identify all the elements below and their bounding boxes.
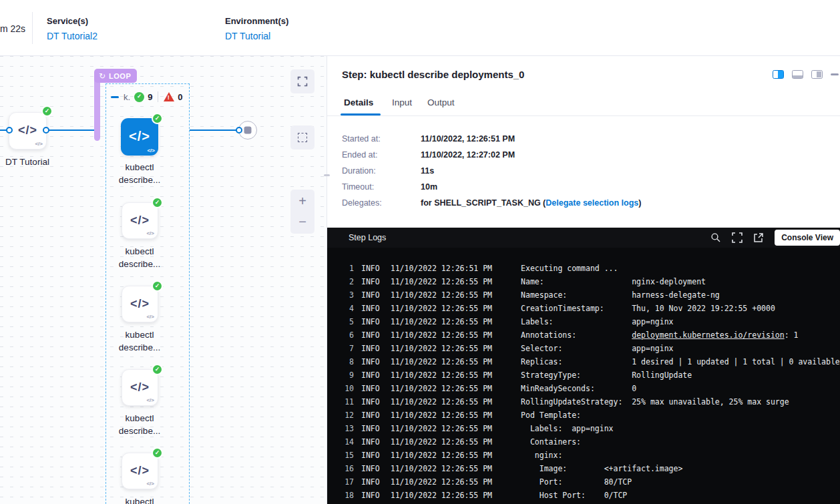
delegate-selection-logs-link[interactable]: Delegate selection logs xyxy=(546,198,638,208)
log-message: nginx: xyxy=(521,449,562,462)
layout-right-panel-icon[interactable] xyxy=(773,70,784,79)
panel-divider xyxy=(327,56,327,504)
tab-input[interactable]: Input xyxy=(392,97,412,107)
tab-details[interactable]: Details xyxy=(344,97,373,107)
log-timestamp: 11/10/2022 12:26:51 PM xyxy=(391,262,492,275)
log-line-number: 4 xyxy=(339,302,354,315)
zoom-controls: + − xyxy=(290,190,314,234)
log-level: INFO xyxy=(361,395,380,409)
log-level: INFO xyxy=(361,462,380,475)
log-timestamp: 11/10/2022 12:26:55 PM xyxy=(391,409,492,422)
node-kubectl-describe[interactable]: </></> xyxy=(122,453,158,489)
tab-output[interactable]: Output xyxy=(427,97,455,107)
layout-split-panel-icon[interactable] xyxy=(811,70,823,79)
step-details-panel: Step: kubectl describe deployments_0 Det… xyxy=(327,56,840,504)
loop-icon: ↻ xyxy=(99,72,106,80)
node-kubectl-describe[interactable]: </></> xyxy=(122,202,158,239)
loop-bar xyxy=(94,77,100,141)
log-line: 14INFO11/10/2022 12:26:55 PM Containers: xyxy=(339,435,840,449)
log-message: CreationTimestamp: Thu, 10 Nov 2022 19:2… xyxy=(521,302,775,315)
node-label-dt-tutorial: DT Tutorial xyxy=(0,156,61,168)
code-icon: </> xyxy=(122,463,158,477)
log-line: 4INFO11/10/2022 12:26:55 PMCreationTimes… xyxy=(339,302,840,315)
log-line-number: 17 xyxy=(339,475,354,489)
delegates-value-prefix: for SHELL_SCRIPT_TASK_NG ( xyxy=(421,198,546,208)
log-line-number: 18 xyxy=(339,489,354,502)
log-message: Replicas: 1 desired | 1 updated | 1 tota… xyxy=(521,355,840,368)
log-timestamp: 11/10/2022 12:26:55 PM xyxy=(391,435,492,449)
log-line-number: 5 xyxy=(339,315,354,328)
success-badge-icon xyxy=(41,105,53,117)
console-view-button[interactable]: Console View xyxy=(775,230,840,246)
log-line-number: 7 xyxy=(339,342,354,355)
mini-code-icon: </> xyxy=(35,141,43,147)
log-message: Port: 80/TCP xyxy=(521,475,632,489)
log-level: INFO xyxy=(361,449,380,462)
fullscreen-icon xyxy=(298,77,308,87)
mini-code-icon: </> xyxy=(146,481,154,487)
log-message: RollingUpdateStrategy: 25% max unavailab… xyxy=(521,395,789,409)
log-timestamp: 11/10/2022 12:26:55 PM xyxy=(391,275,492,288)
code-icon: </> xyxy=(121,129,158,144)
execution-duration: m 22s xyxy=(0,23,25,34)
zoom-in-button[interactable]: + xyxy=(290,194,314,208)
mini-code-icon: </> xyxy=(146,230,154,236)
code-icon: </> xyxy=(122,213,158,227)
log-level: INFO xyxy=(361,288,380,302)
log-level: INFO xyxy=(361,342,380,355)
minimize-icon[interactable] xyxy=(831,73,839,75)
step-logs-console[interactable]: 1INFO11/10/2022 12:26:51 PMExecuting com… xyxy=(327,248,840,504)
log-line: 12INFO11/10/2022 12:26:55 PMPod Template… xyxy=(339,409,840,422)
log-line-number: 1 xyxy=(339,262,354,275)
log-line-number: 16 xyxy=(339,462,354,475)
node-label: kubectl describe... xyxy=(110,245,170,270)
field-row: Duration:11s xyxy=(342,163,836,179)
log-timestamp: 11/10/2022 12:26:55 PM xyxy=(391,288,492,302)
panel-resize-handle[interactable] xyxy=(324,174,330,176)
node-label: kubectl describe... xyxy=(110,495,170,504)
marquee-select-button[interactable] xyxy=(290,125,314,150)
collapse-icon[interactable] xyxy=(111,96,119,98)
node-dt-tutorial[interactable]: </> </> xyxy=(9,112,47,150)
log-line-number: 10 xyxy=(339,382,354,395)
log-line-number: 9 xyxy=(339,368,354,382)
log-timestamp: 11/10/2022 12:26:55 PM xyxy=(391,462,492,475)
node-label: kubectl describe... xyxy=(110,412,170,437)
log-timestamp: 11/10/2022 12:26:55 PM xyxy=(391,302,492,315)
marquee-icon xyxy=(298,133,307,142)
log-line: 9INFO11/10/2022 12:26:55 PMStrategyType:… xyxy=(339,368,840,382)
field-label: Delegates: xyxy=(342,198,421,208)
pipeline-graph-canvas[interactable]: </> </> DT Tutorial ↻ LOOP k. 9 0 </></>… xyxy=(0,56,327,504)
log-line: 3INFO11/10/2022 12:26:55 PMNamespace: ha… xyxy=(339,288,840,302)
open-in-new-icon[interactable] xyxy=(753,232,764,243)
delegates-value-suffix: ) xyxy=(638,198,641,208)
log-level: INFO xyxy=(361,368,380,382)
search-icon[interactable] xyxy=(710,232,721,243)
loop-group-header: k. 9 0 xyxy=(111,91,183,103)
topbar-divider xyxy=(32,12,33,44)
log-line-number: 6 xyxy=(339,328,354,342)
success-count-icon xyxy=(134,92,144,102)
port-start-out xyxy=(43,127,49,134)
field-label: Started at: xyxy=(342,134,421,144)
log-line: 16INFO11/10/2022 12:26:55 PM Image: <+ar… xyxy=(339,462,840,475)
success-badge-icon xyxy=(152,280,163,292)
log-timestamp: 11/10/2022 12:26:55 PM xyxy=(391,449,492,462)
node-kubectl-describe[interactable]: </></> xyxy=(122,286,158,322)
node-kubectl-describe[interactable]: </></> xyxy=(122,369,158,406)
code-icon: </> xyxy=(122,296,158,310)
expand-logs-icon[interactable] xyxy=(732,232,743,243)
log-level: INFO xyxy=(361,489,380,502)
node-kubectl-describe[interactable]: </></> xyxy=(121,118,158,156)
service-block: Service(s) DT Tutorial2 xyxy=(47,16,97,41)
fit-to-screen-button[interactable] xyxy=(290,69,314,93)
log-line: 18INFO11/10/2022 12:26:55 PM Host Port: … xyxy=(339,489,840,502)
service-link[interactable]: DT Tutorial2 xyxy=(47,31,97,41)
environment-link[interactable]: DT Tutorial xyxy=(225,31,288,41)
layout-bottom-panel-icon[interactable] xyxy=(792,70,803,79)
log-message-link[interactable]: deployment.kubernetes.io/revision xyxy=(632,330,784,340)
loop-badge[interactable]: ↻ LOOP xyxy=(94,69,137,83)
zoom-out-button[interactable]: − xyxy=(290,215,314,228)
step-detail-fields: Started at:11/10/2022, 12:26:51 PMEnded … xyxy=(342,131,836,211)
mini-code-icon: </> xyxy=(146,397,154,403)
